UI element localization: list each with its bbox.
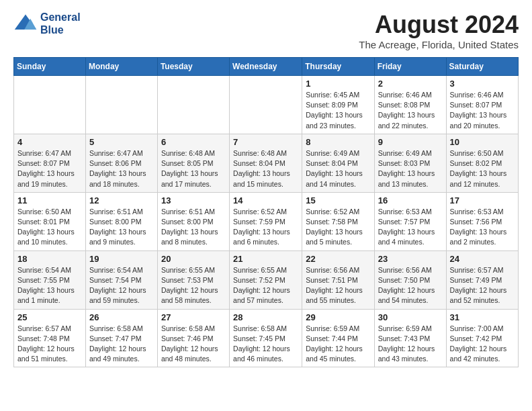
calendar-week-3: 11Sunrise: 6:50 AM Sunset: 8:01 PM Dayli… — [14, 192, 519, 250]
day-info: Sunrise: 6:53 AM Sunset: 7:56 PM Dayligh… — [450, 207, 515, 248]
day-number: 9 — [378, 137, 443, 147]
day-info: Sunrise: 6:59 AM Sunset: 7:44 PM Dayligh… — [306, 324, 370, 365]
calendar-cell: 14Sunrise: 6:52 AM Sunset: 7:59 PM Dayli… — [230, 192, 302, 250]
calendar-cell: 23Sunrise: 6:56 AM Sunset: 7:50 PM Dayli… — [374, 250, 446, 309]
day-number: 14 — [233, 195, 298, 205]
calendar-cell: 24Sunrise: 6:57 AM Sunset: 7:49 PM Dayli… — [446, 250, 518, 309]
day-info: Sunrise: 6:52 AM Sunset: 7:59 PM Dayligh… — [233, 207, 298, 248]
calendar-cell: 8Sunrise: 6:49 AM Sunset: 8:04 PM Daylig… — [302, 134, 374, 192]
calendar-cell: 7Sunrise: 6:48 AM Sunset: 8:04 PM Daylig… — [230, 134, 302, 192]
calendar-cell: 27Sunrise: 6:58 AM Sunset: 7:46 PM Dayli… — [157, 309, 229, 367]
calendar-header-tuesday: Tuesday — [157, 58, 229, 76]
calendar-cell — [14, 76, 86, 134]
day-info: Sunrise: 6:55 AM Sunset: 7:53 PM Dayligh… — [161, 265, 226, 306]
day-info: Sunrise: 6:50 AM Sunset: 8:02 PM Dayligh… — [450, 148, 515, 189]
day-number: 12 — [89, 195, 154, 205]
calendar-header-row: SundayMondayTuesdayWednesdayThursdayFrid… — [14, 58, 519, 76]
calendar-cell: 2Sunrise: 6:46 AM Sunset: 8:08 PM Daylig… — [374, 76, 446, 134]
day-info: Sunrise: 6:48 AM Sunset: 8:05 PM Dayligh… — [161, 148, 226, 189]
day-info: Sunrise: 6:53 AM Sunset: 7:57 PM Dayligh… — [378, 207, 443, 248]
day-info: Sunrise: 6:49 AM Sunset: 8:04 PM Dayligh… — [306, 148, 370, 189]
day-info: Sunrise: 6:55 AM Sunset: 7:52 PM Dayligh… — [233, 265, 298, 306]
day-number: 2 — [378, 79, 443, 89]
day-info: Sunrise: 6:58 AM Sunset: 7:45 PM Dayligh… — [233, 324, 298, 365]
calendar-header-wednesday: Wednesday — [230, 58, 302, 76]
day-info: Sunrise: 6:54 AM Sunset: 7:55 PM Dayligh… — [17, 265, 82, 306]
day-number: 30 — [378, 312, 443, 322]
day-info: Sunrise: 6:56 AM Sunset: 7:50 PM Dayligh… — [378, 265, 443, 306]
day-number: 19 — [89, 254, 154, 264]
day-number: 22 — [306, 254, 370, 264]
day-info: Sunrise: 6:58 AM Sunset: 7:47 PM Dayligh… — [89, 324, 154, 365]
calendar-cell — [85, 76, 157, 134]
calendar-cell: 20Sunrise: 6:55 AM Sunset: 7:53 PM Dayli… — [157, 250, 229, 309]
day-number: 10 — [450, 137, 515, 147]
calendar: SundayMondayTuesdayWednesdayThursdayFrid… — [13, 57, 519, 367]
calendar-header-saturday: Saturday — [446, 58, 518, 76]
calendar-cell: 16Sunrise: 6:53 AM Sunset: 7:57 PM Dayli… — [374, 192, 446, 250]
day-number: 16 — [378, 195, 443, 205]
day-number: 6 — [161, 137, 226, 147]
day-number: 18 — [17, 254, 82, 264]
page-header: General Blue August 2024 The Acreage, Fl… — [13, 11, 519, 50]
day-number: 27 — [161, 312, 226, 322]
main-title: August 2024 — [359, 11, 519, 39]
day-number: 5 — [89, 137, 154, 147]
day-number: 24 — [450, 254, 515, 264]
day-info: Sunrise: 6:50 AM Sunset: 8:01 PM Dayligh… — [17, 207, 82, 248]
calendar-cell: 3Sunrise: 6:46 AM Sunset: 8:07 PM Daylig… — [446, 76, 518, 134]
day-number: 20 — [161, 254, 226, 264]
day-number: 7 — [233, 137, 298, 147]
calendar-cell: 1Sunrise: 6:45 AM Sunset: 8:09 PM Daylig… — [302, 76, 374, 134]
day-number: 15 — [306, 195, 370, 205]
day-number: 1 — [306, 79, 370, 89]
calendar-cell: 30Sunrise: 6:59 AM Sunset: 7:43 PM Dayli… — [374, 309, 446, 367]
day-info: Sunrise: 6:56 AM Sunset: 7:51 PM Dayligh… — [306, 265, 370, 306]
calendar-cell: 11Sunrise: 6:50 AM Sunset: 8:01 PM Dayli… — [14, 192, 86, 250]
day-number: 29 — [306, 312, 370, 322]
calendar-cell: 19Sunrise: 6:54 AM Sunset: 7:54 PM Dayli… — [85, 250, 157, 309]
calendar-cell: 26Sunrise: 6:58 AM Sunset: 7:47 PM Dayli… — [85, 309, 157, 367]
day-info: Sunrise: 6:48 AM Sunset: 8:04 PM Dayligh… — [233, 148, 298, 189]
day-info: Sunrise: 6:46 AM Sunset: 8:08 PM Dayligh… — [378, 90, 443, 131]
calendar-week-1: 1Sunrise: 6:45 AM Sunset: 8:09 PM Daylig… — [14, 76, 519, 134]
day-number: 21 — [233, 254, 298, 264]
calendar-cell: 25Sunrise: 6:57 AM Sunset: 7:48 PM Dayli… — [14, 309, 86, 367]
subtitle: The Acreage, Florida, United States — [359, 39, 519, 50]
day-info: Sunrise: 6:47 AM Sunset: 8:06 PM Dayligh… — [89, 148, 154, 189]
day-info: Sunrise: 6:58 AM Sunset: 7:46 PM Dayligh… — [161, 324, 226, 365]
day-number: 8 — [306, 137, 370, 147]
calendar-header-friday: Friday — [374, 58, 446, 76]
calendar-cell: 5Sunrise: 6:47 AM Sunset: 8:06 PM Daylig… — [85, 134, 157, 192]
calendar-header-sunday: Sunday — [14, 58, 86, 76]
day-number: 25 — [17, 312, 82, 322]
calendar-cell: 13Sunrise: 6:51 AM Sunset: 8:00 PM Dayli… — [157, 192, 229, 250]
day-info: Sunrise: 6:57 AM Sunset: 7:48 PM Dayligh… — [17, 324, 82, 365]
day-number: 17 — [450, 195, 515, 205]
day-number: 26 — [89, 312, 154, 322]
calendar-cell: 28Sunrise: 6:58 AM Sunset: 7:45 PM Dayli… — [230, 309, 302, 367]
calendar-cell: 10Sunrise: 6:50 AM Sunset: 8:02 PM Dayli… — [446, 134, 518, 192]
calendar-cell: 18Sunrise: 6:54 AM Sunset: 7:55 PM Dayli… — [14, 250, 86, 309]
day-number: 3 — [450, 79, 515, 89]
calendar-cell: 15Sunrise: 6:52 AM Sunset: 7:58 PM Dayli… — [302, 192, 374, 250]
day-info: Sunrise: 6:46 AM Sunset: 8:07 PM Dayligh… — [450, 90, 515, 131]
day-number: 4 — [17, 137, 82, 147]
day-info: Sunrise: 6:57 AM Sunset: 7:49 PM Dayligh… — [450, 265, 515, 306]
day-info: Sunrise: 6:45 AM Sunset: 8:09 PM Dayligh… — [306, 90, 370, 131]
day-info: Sunrise: 6:54 AM Sunset: 7:54 PM Dayligh… — [89, 265, 154, 306]
logo: General Blue — [13, 11, 81, 36]
day-number: 28 — [233, 312, 298, 322]
calendar-cell: 29Sunrise: 6:59 AM Sunset: 7:44 PM Dayli… — [302, 309, 374, 367]
logo-text: General Blue — [40, 11, 81, 36]
day-number: 11 — [17, 195, 82, 205]
day-info: Sunrise: 6:47 AM Sunset: 8:07 PM Dayligh… — [17, 148, 82, 189]
day-info: Sunrise: 6:59 AM Sunset: 7:43 PM Dayligh… — [378, 324, 443, 365]
calendar-week-4: 18Sunrise: 6:54 AM Sunset: 7:55 PM Dayli… — [14, 250, 519, 309]
calendar-week-5: 25Sunrise: 6:57 AM Sunset: 7:48 PM Dayli… — [14, 309, 519, 367]
day-number: 31 — [450, 312, 515, 322]
calendar-cell: 21Sunrise: 6:55 AM Sunset: 7:52 PM Dayli… — [230, 250, 302, 309]
day-info: Sunrise: 6:51 AM Sunset: 8:00 PM Dayligh… — [161, 207, 226, 248]
calendar-cell: 9Sunrise: 6:49 AM Sunset: 8:03 PM Daylig… — [374, 134, 446, 192]
day-number: 13 — [161, 195, 226, 205]
